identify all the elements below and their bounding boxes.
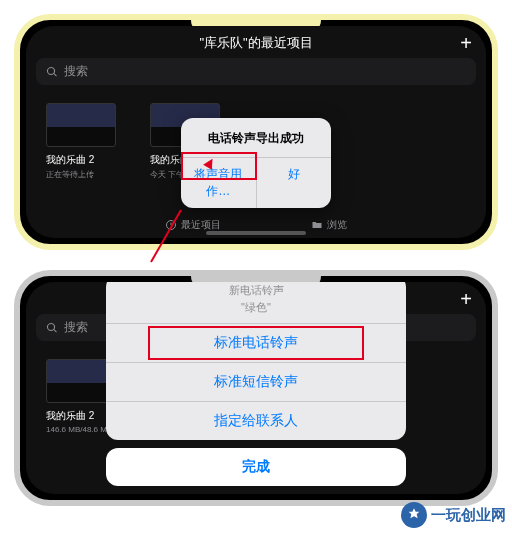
add-button[interactable]: + xyxy=(460,32,472,55)
sheet-subtitle: "绿色" xyxy=(106,300,406,323)
use-sound-as-button[interactable]: 将声音用作… xyxy=(181,158,256,208)
home-indicator[interactable] xyxy=(206,231,306,235)
screen-2: "库乐队"的最近项目 + 搜索 我的乐曲 2 146.6 MB/48.6 MB … xyxy=(26,282,486,494)
folder-icon xyxy=(311,219,323,231)
tab-bar: 最近项目 浏览 xyxy=(26,218,486,232)
watermark-badge-icon xyxy=(401,502,427,528)
search-placeholder: 搜索 xyxy=(64,319,88,336)
sheet-options-card: 新电话铃声 "绿色" 标准电话铃声 标准短信铃声 指定给联系人 xyxy=(106,282,406,440)
project-thumb xyxy=(46,103,116,147)
ok-button[interactable]: 好 xyxy=(256,158,332,208)
tab-label: 浏览 xyxy=(327,218,347,232)
ringtone-action-sheet: 新电话铃声 "绿色" 标准电话铃声 标准短信铃声 指定给联系人 完成 xyxy=(106,282,406,486)
watermark: 一玩创业网 xyxy=(401,502,506,528)
phone-frame-1: "库乐队"的最近项目 + 搜索 我的乐曲 2 正在等待上传 我的乐曲 今天 下午… xyxy=(14,14,498,250)
done-button[interactable]: 完成 xyxy=(106,448,406,486)
alert-title: 电话铃声导出成功 xyxy=(181,118,331,157)
search-input[interactable]: 搜索 xyxy=(36,58,476,85)
add-button[interactable]: + xyxy=(460,288,472,311)
option-label: 标准电话铃声 xyxy=(214,334,298,350)
search-icon xyxy=(46,322,58,334)
project-sub: 正在等待上传 xyxy=(46,169,124,180)
done-label: 完成 xyxy=(242,458,270,474)
search-icon xyxy=(46,66,58,78)
screen-1: "库乐队"的最近项目 + 搜索 我的乐曲 2 正在等待上传 我的乐曲 今天 下午… xyxy=(26,26,486,238)
tab-browse[interactable]: 浏览 xyxy=(311,218,347,232)
search-placeholder: 搜索 xyxy=(64,63,88,80)
screen-title: "库乐队"的最近项目 xyxy=(26,26,486,58)
phone-frame-2: "库乐队"的最近项目 + 搜索 我的乐曲 2 146.6 MB/48.6 MB … xyxy=(14,270,498,506)
standard-text-tone-button[interactable]: 标准短信铃声 xyxy=(106,362,406,401)
tab-label: 最近项目 xyxy=(181,218,221,232)
option-label: 标准短信铃声 xyxy=(214,373,298,389)
watermark-text: 一玩创业网 xyxy=(431,506,506,525)
sheet-title: 新电话铃声 xyxy=(106,282,406,300)
option-label: 指定给联系人 xyxy=(214,412,298,428)
standard-ringtone-button[interactable]: 标准电话铃声 xyxy=(106,323,406,362)
assign-to-contact-button[interactable]: 指定给联系人 xyxy=(106,401,406,440)
project-item[interactable]: 我的乐曲 2 正在等待上传 xyxy=(46,103,124,180)
project-title: 我的乐曲 2 xyxy=(46,153,124,167)
